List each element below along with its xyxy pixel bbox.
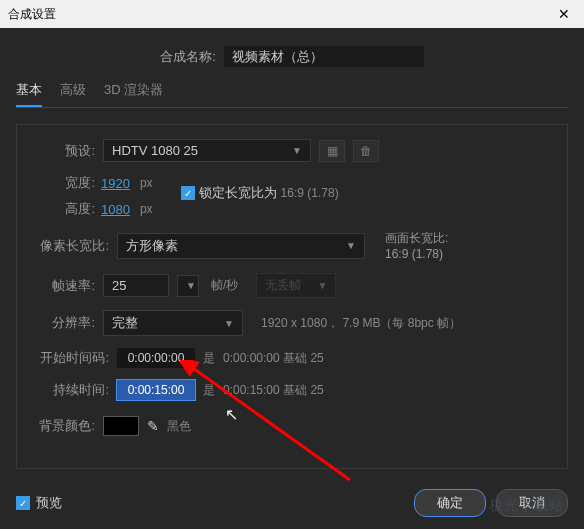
comp-name-label: 合成名称: bbox=[160, 48, 216, 66]
duration-input[interactable] bbox=[117, 380, 195, 400]
resolution-detail: 1920 x 1080， 7.9 MB（每 8bpc 帧） bbox=[261, 315, 461, 332]
tabs: 基本 高级 3D 渲染器 bbox=[16, 81, 568, 108]
fps-label: 帧速率: bbox=[33, 277, 95, 295]
lock-aspect-checkbox[interactable]: ✓ bbox=[181, 186, 195, 200]
trash-icon[interactable]: 🗑 bbox=[353, 140, 379, 162]
chevron-down-icon: ▼ bbox=[186, 280, 196, 291]
dropframe-value: 无丢帧 bbox=[265, 277, 301, 294]
lock-aspect-ratio: 16:9 (1.78) bbox=[281, 186, 339, 200]
comp-name-input[interactable] bbox=[224, 46, 424, 67]
fps-value: 25 bbox=[112, 278, 126, 293]
bgcolor-label: 背景颜色: bbox=[33, 417, 95, 435]
dropframe-select: 无丢帧 ▼ bbox=[256, 273, 336, 298]
par-value: 方形像素 bbox=[126, 237, 178, 255]
bgcolor-name: 黑色 bbox=[167, 418, 191, 435]
par-select[interactable]: 方形像素 ▼ bbox=[117, 233, 365, 259]
window-title: 合成设置 bbox=[8, 6, 56, 23]
chevron-down-icon: ▼ bbox=[224, 318, 234, 329]
duration-is: 是 bbox=[203, 382, 215, 399]
width-label: 宽度: bbox=[33, 174, 95, 192]
start-tc-label: 开始时间码: bbox=[33, 349, 109, 367]
height-unit: px bbox=[140, 202, 153, 216]
preview-checkbox[interactable]: ✓ bbox=[16, 496, 30, 510]
ok-button[interactable]: 确定 bbox=[414, 489, 486, 517]
height-label: 高度: bbox=[33, 200, 95, 218]
tab-basic[interactable]: 基本 bbox=[16, 81, 42, 107]
tab-renderer[interactable]: 3D 渲染器 bbox=[104, 81, 163, 107]
start-tc-input[interactable] bbox=[117, 348, 195, 368]
preview-label: 预览 bbox=[36, 494, 62, 512]
lock-aspect-label: 锁定长宽比为 bbox=[199, 184, 277, 202]
preset-label: 预设: bbox=[33, 142, 95, 160]
chevron-down-icon: ▼ bbox=[292, 145, 302, 156]
eyedropper-icon[interactable]: ✎ bbox=[147, 418, 159, 434]
save-preset-icon[interactable]: ▦ bbox=[319, 140, 345, 162]
par-label: 像素长宽比: bbox=[33, 237, 109, 255]
resolution-select[interactable]: 完整 ▼ bbox=[103, 310, 243, 336]
fps-unit: 帧/秒 bbox=[211, 277, 238, 294]
height-value[interactable]: 1080 bbox=[101, 202, 130, 217]
resolution-value: 完整 bbox=[112, 314, 138, 332]
fps-select[interactable]: 25 bbox=[103, 274, 169, 297]
frame-aspect-value: 16:9 (1.78) bbox=[385, 247, 448, 261]
preset-value: HDTV 1080 25 bbox=[112, 143, 198, 158]
bgcolor-swatch[interactable] bbox=[103, 416, 139, 436]
resolution-label: 分辨率: bbox=[33, 314, 95, 332]
duration-label: 持续时间: bbox=[33, 381, 109, 399]
width-unit: px bbox=[140, 176, 153, 190]
fps-chevron[interactable]: ▼ bbox=[177, 275, 199, 297]
tab-advanced[interactable]: 高级 bbox=[60, 81, 86, 107]
start-is: 是 bbox=[203, 350, 215, 367]
chevron-down-icon: ▼ bbox=[346, 240, 356, 251]
cancel-button[interactable]: 取消 bbox=[496, 489, 568, 517]
duration-detail: 0:00:15:00 基础 25 bbox=[223, 382, 324, 399]
start-detail: 0:00:00:00 基础 25 bbox=[223, 350, 324, 367]
chevron-down-icon: ▼ bbox=[317, 280, 327, 291]
close-icon[interactable]: ✕ bbox=[552, 6, 576, 22]
frame-aspect-label: 画面长宽比: bbox=[385, 230, 448, 247]
titlebar: 合成设置 ✕ bbox=[0, 0, 584, 28]
preset-select[interactable]: HDTV 1080 25 ▼ bbox=[103, 139, 311, 162]
width-value[interactable]: 1920 bbox=[101, 176, 130, 191]
basic-panel: 预设: HDTV 1080 25 ▼ ▦ 🗑 宽度: 1920 px 高度: bbox=[16, 124, 568, 469]
